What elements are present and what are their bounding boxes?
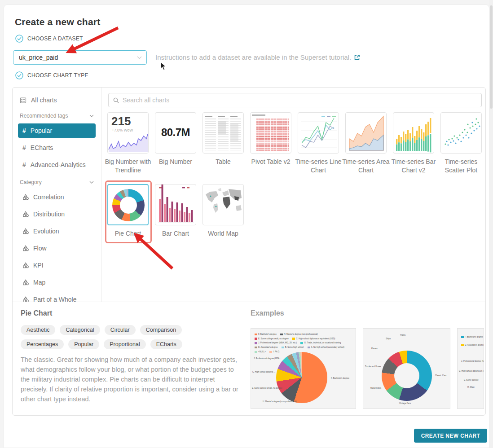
details-tags: Aesthetic Categorical Circular Compariso… [21, 325, 218, 349]
create-chart-page: Create a new chart CHOOSE A DATASET uk_p… [4, 4, 489, 448]
sidebar-section-category[interactable]: Category [20, 179, 94, 185]
sidebar-item-distribution[interactable]: Distribution [18, 207, 96, 221]
create-new-chart-button[interactable]: CREATE NEW CHART [414, 429, 487, 443]
chart-type-card-ts-area[interactable]: Time-series Area Chart [345, 112, 387, 175]
chart-type-card-table[interactable]: Table [202, 112, 244, 175]
category-shapes-icon [22, 194, 29, 200]
pivot-table-thumbnail [250, 112, 291, 154]
sidebar-item-label: Distribution [33, 211, 65, 218]
sidebar-item-label: ECharts [31, 144, 53, 151]
chart-type-card-pie-chart[interactable]: Pie Chart [107, 184, 149, 238]
search-input[interactable] [123, 97, 477, 104]
chart-type-panel: All charts Recommended tags # Popular # … [12, 87, 486, 416]
area-chart-graphic [346, 113, 386, 153]
sidebar-section-recommended-tags[interactable]: Recommended tags [20, 113, 94, 119]
example-image-donut: Trains Ships Planes Trucks and Buses Mot… [363, 328, 450, 409]
chart-details: Pie Chart Aesthetic Categorical Circular… [21, 302, 245, 416]
chart-type-card-bar-chart[interactable]: Bar Chart [155, 184, 196, 238]
chart-type-label: Bar Chart [152, 229, 199, 238]
sidebar-item-label: Evolution [33, 228, 59, 235]
chart-type-sidebar: All charts Recommended tags # Popular # … [13, 88, 101, 302]
sidebar-item-map[interactable]: Map [18, 275, 96, 290]
chevron-down-icon [89, 181, 94, 184]
example-legend: F. Bachelor's degree H. Master's degree … [255, 332, 354, 354]
dataset-select[interactable]: uk_price_paid [13, 50, 147, 65]
bar-chart-v2-thumbnail [393, 112, 434, 154]
donut-hole [394, 363, 419, 388]
chart-type-label: Time-series Bar Chart v2 [390, 158, 437, 175]
pie-chart-graphic [112, 189, 145, 221]
example-image-pie: F. Bachelor's degree H. Master's degree … [251, 328, 356, 409]
sidebar-item-echarts[interactable]: # ECharts [18, 141, 96, 155]
sidebar-item-flow[interactable]: Flow [18, 241, 96, 255]
category-shapes-icon [22, 211, 29, 217]
big-number-thumbnail: 80.7M [155, 112, 196, 154]
chart-type-card-ts-line[interactable]: Time-series Line Chart [298, 112, 339, 175]
page-scrollbar[interactable] [489, 0, 493, 448]
category-shapes-icon [22, 296, 29, 302]
thumb-big-number: 215 [111, 114, 131, 128]
category-shapes-icon [22, 279, 29, 285]
tag-pill: Categorical [60, 325, 100, 335]
bar-chart-v2-graphic [393, 113, 434, 153]
sparkline [108, 132, 148, 152]
chart-type-card-world-map[interactable]: World Map [202, 184, 244, 238]
chevron-down-icon [137, 56, 142, 59]
sidebar-item-kpi[interactable]: KPI [18, 258, 96, 272]
sidebar-item-advanced-analytics[interactable]: # Advanced-Analytics [18, 158, 96, 172]
sidebar-item-all-charts[interactable]: All charts [20, 95, 95, 105]
chart-type-card-pivot-table-v2[interactable]: Pivot Table v2 [250, 112, 291, 175]
category-shapes-icon [22, 262, 29, 268]
chart-type-label: World Map [199, 229, 247, 238]
examples-row: F. Bachelor's degree H. Master's degree … [251, 328, 484, 409]
scrollbar-thumb[interactable] [490, 5, 493, 109]
chart-type-card-big-number[interactable]: 80.7M Big Number [155, 112, 196, 175]
world-map-graphic [203, 184, 243, 225]
table-thumbnail [202, 112, 244, 154]
sidebar-item-label: Popular [31, 127, 52, 134]
chart-type-label: Table [199, 158, 247, 166]
sidebar-item-part-of-a-whole[interactable]: Part of a Whole [18, 292, 96, 302]
external-link-icon[interactable] [354, 54, 360, 61]
details-description: The classic. Great for showing how much … [21, 355, 242, 404]
tag-pill: ECharts [150, 339, 182, 349]
chart-type-card-ts-bar[interactable]: Time-series Bar Chart v2 [393, 112, 434, 175]
choose-chart-type-label: CHOOSE CHART TYPE [27, 72, 88, 79]
sidebar-item-label: KPI [33, 262, 44, 269]
sidebar-item-label: Map [33, 279, 45, 286]
chart-type-card-ts-scatter[interactable]: Time-series Scatter Plot [440, 112, 482, 175]
search-icon [113, 97, 119, 103]
chart-type-card-big-number-trendline[interactable]: 215 +7.0% WoW Big Number with Trendline [107, 112, 149, 175]
examples-heading: Examples [251, 309, 284, 317]
tag-pill: Circular [105, 325, 136, 335]
sidebar-item-evolution[interactable]: Evolution [18, 224, 96, 238]
chart-type-label: Time-series Area Chart [342, 158, 390, 175]
dataset-select-value: uk_price_paid [19, 54, 137, 61]
choose-chart-type-step: CHOOSE CHART TYPE [15, 71, 88, 79]
chevron-down-icon [89, 114, 94, 117]
section-label: Recommended tags [20, 113, 68, 119]
tag-pill: Percentages [21, 339, 64, 349]
sidebar-item-label: All charts [31, 97, 57, 104]
line-chart-graphic [298, 113, 339, 153]
chart-type-label: Big Number with Trendline [104, 158, 152, 175]
tag-pill: Proportional [104, 339, 145, 349]
example-image-pie-clipped: F. Bachelor's degree C. High school dipl… [457, 328, 484, 409]
chart-type-gallery: 215 +7.0% WoW Big Number with Trendline … [102, 88, 486, 302]
dataset-hint-text: Instructions to add a dataset are availa… [155, 53, 351, 61]
example-pie-graphic [276, 352, 327, 403]
chart-type-label: Time-series Line Chart [295, 158, 342, 175]
category-shapes-icon [22, 228, 29, 234]
check-circle-icon [15, 35, 23, 43]
hash-icon: # [22, 127, 26, 134]
details-heading: Pie Chart [21, 309, 52, 317]
examples-section: Examples F. Bachelor's degree H. Master'… [251, 302, 486, 416]
chart-search[interactable] [108, 93, 482, 107]
sidebar-item-correlation[interactable]: Correlation [18, 190, 96, 204]
choose-dataset-label: CHOOSE A DATASET [27, 35, 83, 42]
chart-type-label: Pie Chart [104, 229, 152, 238]
sidebar-item-popular[interactable]: # Popular [18, 123, 96, 138]
page-title: Create a new chart [15, 17, 100, 27]
category-shapes-icon [22, 245, 29, 251]
chart-type-label: Big Number [152, 158, 199, 166]
